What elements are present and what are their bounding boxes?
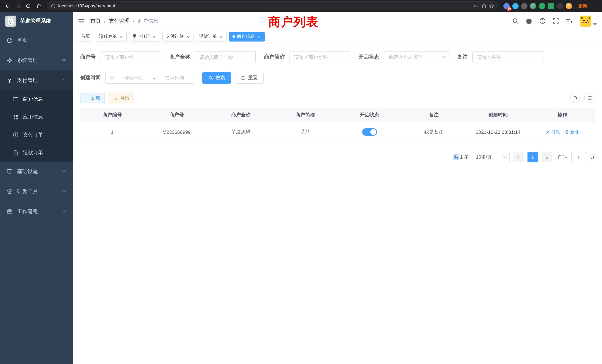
page-number-button[interactable]: 1: [527, 152, 538, 162]
password-key-icon[interactable]: [474, 3, 479, 9]
search-button[interactable]: 搜索: [202, 72, 231, 84]
sidebar-item-label: 研发工具: [17, 188, 38, 195]
sidebar-item-devtools[interactable]: 研发工具: [0, 182, 73, 202]
remark-input[interactable]: [472, 51, 543, 63]
table-header-row: 商户编号 商户号 商户全称 商户简称 开启状态 备注 创建时间 操作: [80, 108, 595, 122]
dashboard-icon: [7, 37, 13, 43]
prev-page-button[interactable]: [513, 152, 524, 162]
filter-merchant-no: 商户号: [80, 51, 161, 63]
search-icon: [573, 96, 578, 100]
edit-link[interactable]: 修改: [546, 129, 560, 135]
sidebar-item-refund-orders[interactable]: 退款订单: [0, 144, 73, 162]
tab-refund-orders[interactable]: 退款订单 ×: [196, 32, 227, 41]
col-header: 商户编号: [80, 108, 144, 122]
extension-icon-3[interactable]: [521, 3, 527, 9]
main-panel: 商户列表 首页 / 支付管理 / 商户信息: [73, 12, 602, 364]
tab-close-icon[interactable]: ×: [185, 34, 190, 39]
status-toggle[interactable]: [362, 128, 377, 136]
docs-help-button[interactable]: [539, 18, 546, 24]
share-icon[interactable]: [482, 3, 486, 9]
col-header: 创建时间: [466, 108, 530, 122]
browser-menu-button[interactable]: ⋮: [592, 3, 599, 9]
sidebar-item-home[interactable]: 首页: [0, 30, 73, 50]
github-link-button[interactable]: [526, 18, 532, 24]
app-frame: 芋道管理系统 首页 系统管理 ¥ 支付管理: [0, 12, 602, 364]
tab-merchant-info[interactable]: 商户信息 ×: [229, 32, 265, 41]
payment-submenu: 商户信息 应用信息 支付订单: [0, 90, 73, 162]
tab-close-icon[interactable]: ×: [152, 34, 157, 39]
tab-process-form[interactable]: 流程表单 ×: [96, 32, 127, 41]
hide-search-button[interactable]: [570, 93, 580, 103]
export-button[interactable]: 导出: [109, 93, 134, 103]
merchant-short-input[interactable]: [289, 51, 350, 63]
reset-button[interactable]: 重置: [235, 72, 264, 84]
header-search-button[interactable]: [512, 18, 519, 24]
breadcrumb-payment[interactable]: 支付管理: [109, 18, 129, 24]
status-select[interactable]: 请选择开启状态: [384, 51, 449, 63]
breadcrumb-home[interactable]: 首页: [90, 18, 101, 24]
browser-forward-button[interactable]: [13, 1, 22, 10]
monitor-icon: [7, 169, 13, 175]
fullscreen-button[interactable]: [553, 18, 559, 24]
extension-icon-1[interactable]: 10: [503, 3, 510, 9]
top-navbar: 首页 / 支付管理 / 商户信息: [73, 12, 602, 30]
sidebar-item-label: 基础设施: [17, 168, 38, 175]
delete-link[interactable]: 删除: [565, 129, 579, 135]
site-info-icon[interactable]: [51, 3, 56, 8]
page-goto-input[interactable]: [571, 152, 586, 162]
create-time-range-picker[interactable]: 开始日期 - 结束日期: [105, 72, 194, 84]
tab-pay-orders[interactable]: 支付订单 ×: [162, 32, 194, 41]
tab-close-icon[interactable]: ×: [257, 34, 261, 39]
extension-icon-7[interactable]: [557, 3, 563, 9]
active-dot: [232, 35, 235, 38]
sidebar-item-app-info[interactable]: 应用信息: [0, 108, 73, 126]
github-icon: [526, 18, 532, 24]
sidebar-item-label: 支付管理: [17, 77, 38, 84]
chevron-left-icon: [517, 155, 521, 159]
page-unit-label: 页: [590, 154, 595, 161]
address-bar[interactable]: localhost:1024/pay/merchant: [47, 1, 498, 10]
sidebar-item-infra[interactable]: 基础设施: [0, 162, 73, 182]
sidebar-item-pay-orders[interactable]: 支付订单: [0, 126, 73, 144]
sidebar-logo[interactable]: 芋道管理系统: [0, 12, 73, 30]
add-button[interactable]: 新增: [80, 93, 105, 103]
bookmark-star-icon[interactable]: [489, 3, 494, 9]
next-page-button[interactable]: [542, 152, 552, 162]
viewport: localhost:1024/pay/merchant 10 更新 ⋮: [0, 0, 602, 364]
sidebar-item-payment[interactable]: ¥ 支付管理: [0, 70, 73, 90]
merchant-name-input[interactable]: [195, 51, 256, 63]
url-text[interactable]: localhost:1024/pay/merchant: [58, 3, 471, 9]
refresh-table-button[interactable]: [584, 93, 595, 103]
fullscreen-icon: [553, 18, 559, 24]
sidebar-item-system[interactable]: 系统管理: [0, 50, 73, 70]
chevron-down-icon: [593, 23, 597, 25]
reload-icon: [26, 3, 31, 9]
chevron-up-icon: [62, 79, 66, 83]
sidebar-toggle-button[interactable]: [78, 18, 85, 24]
extension-icon-2[interactable]: [512, 3, 519, 9]
user-avatar-menu[interactable]: [580, 15, 597, 26]
font-size-button[interactable]: [566, 18, 573, 24]
link-label: 删除: [570, 129, 579, 135]
col-header: 商户号: [144, 108, 209, 122]
cell-status: [337, 122, 402, 142]
extension-icon-6[interactable]: [548, 3, 554, 9]
tab-home[interactable]: 首页: [78, 32, 93, 41]
sidebar-item-merchant-info[interactable]: 商户信息: [0, 90, 73, 108]
tab-close-icon[interactable]: ×: [119, 34, 123, 39]
extension-icon-4[interactable]: [530, 3, 536, 9]
browser-reload-button[interactable]: [24, 1, 33, 10]
extension-icon-5[interactable]: [539, 3, 545, 9]
browser-back-button[interactable]: [3, 1, 12, 10]
tab-close-icon[interactable]: ×: [219, 34, 224, 39]
merchant-no-input[interactable]: [100, 51, 161, 63]
tab-user-group[interactable]: 用户分组 ×: [129, 32, 160, 41]
tab-label: 首页: [81, 33, 90, 40]
chrome-update-button[interactable]: 更新: [575, 3, 590, 9]
page-size-select[interactable]: 10条/页: [473, 152, 510, 162]
sidebar-item-workflow[interactable]: 工作流程: [0, 202, 73, 222]
browser-profile-avatar[interactable]: [566, 3, 572, 9]
browser-home-button[interactable]: [34, 1, 43, 10]
page-size-value: 10条/页: [476, 154, 492, 160]
chevron-down-icon: [62, 169, 66, 172]
